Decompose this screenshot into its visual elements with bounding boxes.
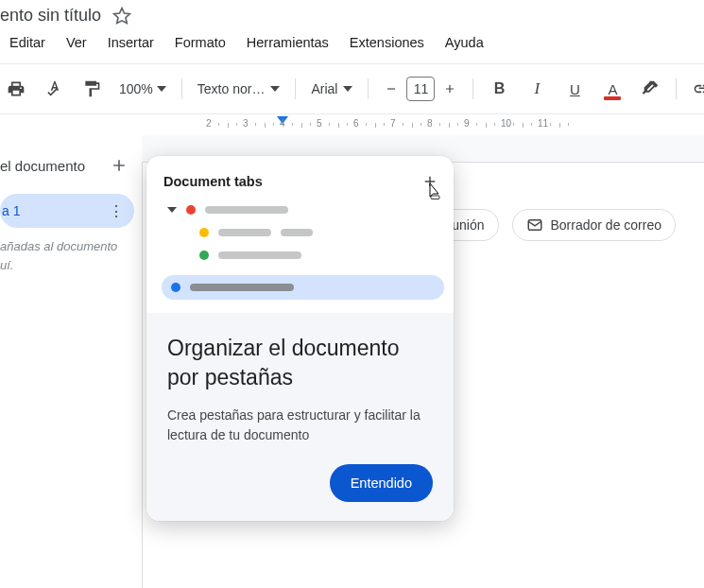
popover-description: Crea pestañas para estructurar y facilit…: [167, 406, 433, 445]
popover-confirm-button[interactable]: Entendido: [330, 464, 433, 502]
popover-illustration-row: [167, 205, 438, 215]
menu-insertar[interactable]: Insertar: [98, 29, 163, 56]
paragraph-style-label: Texto nor…: [197, 81, 266, 96]
print-icon[interactable]: [0, 73, 32, 105]
popover-illustration-row: [162, 275, 444, 300]
chevron-down-icon: [157, 86, 166, 92]
text-color-button[interactable]: A: [596, 73, 628, 105]
zoom-value: 100%: [119, 81, 153, 96]
building-block-chip[interactable]: Borrador de correo: [512, 209, 677, 241]
star-icon[interactable]: [112, 7, 131, 26]
outline-empty-hint: añadas al documento uí.: [0, 237, 142, 274]
popover-illustration-row: [167, 228, 438, 237]
insert-link-button[interactable]: [686, 73, 704, 105]
menu-bar: EditarVerInsertarFormatoHerramientasExte…: [0, 27, 704, 63]
font-family-dropdown[interactable]: Arial: [305, 81, 358, 96]
spellcheck-icon[interactable]: [38, 73, 70, 105]
svg-rect-2: [431, 196, 439, 199]
underline-button[interactable]: U: [558, 73, 591, 105]
menu-ver[interactable]: Ver: [57, 29, 96, 56]
menu-ayuda[interactable]: Ayuda: [436, 29, 493, 56]
chevron-down-icon: [343, 86, 352, 92]
menu-formato[interactable]: Formato: [165, 29, 235, 56]
sidebar-tab-active[interactable]: a 1 ⋮: [0, 194, 134, 228]
document-tabs-tooltip-popover: Document tabs Organizar el documento por…: [146, 156, 454, 521]
bold-button[interactable]: B: [483, 73, 515, 105]
caret-down-icon: [167, 207, 177, 213]
paragraph-style-dropdown[interactable]: Texto nor…: [192, 81, 286, 96]
color-dot-icon: [186, 205, 196, 215]
increase-font-size-button[interactable]: [437, 73, 463, 105]
zoom-dropdown[interactable]: 100%: [113, 81, 172, 96]
popover-add-tab-icon: [421, 173, 438, 190]
popover-illustration-title: Document tabs: [163, 174, 263, 189]
chip-label: Borrador de correo: [551, 217, 662, 233]
decrease-font-size-button[interactable]: [378, 73, 404, 105]
popover-illustration-row: [167, 251, 438, 260]
paint-format-icon[interactable]: [76, 73, 108, 105]
document-title[interactable]: ento sin título: [0, 6, 101, 26]
menu-herramientas[interactable]: Herramientas: [237, 29, 338, 56]
font-size-input[interactable]: [406, 77, 435, 101]
document-outline-sidebar: el documento a 1 ⋮ añadas al documento u…: [0, 135, 142, 581]
add-tab-button[interactable]: [106, 152, 132, 179]
highlight-color-button[interactable]: [634, 73, 666, 105]
menu-extensiones[interactable]: Extensiones: [340, 29, 434, 56]
popover-title: Organizar el documento por pestañas: [167, 334, 433, 392]
italic-button[interactable]: I: [521, 73, 553, 105]
color-dot-icon: [171, 283, 180, 292]
chevron-down-icon: [270, 86, 280, 92]
horizontal-ruler[interactable]: 234567891011: [192, 114, 704, 135]
tab-overflow-menu-button[interactable]: ⋮: [104, 202, 129, 220]
menu-editar[interactable]: Editar: [0, 29, 55, 56]
outline-heading: el documento: [0, 158, 85, 174]
sidebar-tab-label: a 1: [0, 203, 20, 218]
color-dot-icon: [199, 251, 209, 260]
cursor-icon: [429, 182, 444, 199]
toolbar: 100% Texto nor… Arial B I U A: [0, 70, 704, 108]
font-family-label: Arial: [311, 81, 337, 96]
color-dot-icon: [199, 228, 209, 237]
